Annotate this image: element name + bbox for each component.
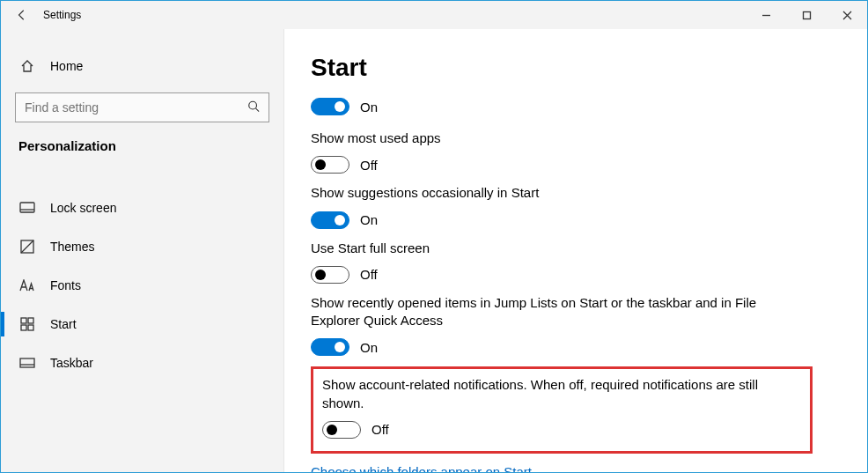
toggle-status: On bbox=[360, 212, 378, 227]
setting-full-screen: Use Start full screen Off bbox=[311, 240, 841, 284]
home-nav[interactable]: Home bbox=[1, 47, 283, 85]
toggle-status: On bbox=[360, 100, 378, 115]
taskbar-icon bbox=[18, 358, 36, 368]
setting-account-notifications: Show account-related notifications. When… bbox=[322, 376, 801, 439]
setting-label: Show account-related notifications. When… bbox=[322, 376, 780, 412]
svg-rect-7 bbox=[28, 325, 33, 330]
back-button[interactable] bbox=[1, 1, 43, 29]
svg-rect-4 bbox=[21, 318, 26, 323]
sidebar-item-label: Start bbox=[50, 317, 77, 331]
maximize-icon bbox=[802, 11, 812, 20]
setting-most-used-apps: Show most used apps Off bbox=[311, 129, 841, 174]
svg-rect-5 bbox=[28, 318, 33, 323]
themes-icon bbox=[18, 240, 36, 254]
toggle-account-notifications[interactable] bbox=[322, 421, 361, 439]
settings-window: Settings Home Person bbox=[0, 0, 868, 473]
toggle-full-screen[interactable] bbox=[311, 266, 349, 284]
minimize-icon bbox=[761, 11, 771, 20]
setting-suggestions: Show suggestions occasionally in Start O… bbox=[311, 184, 841, 228]
toggle-jump-lists[interactable] bbox=[311, 338, 349, 356]
toggle-show-more-tiles[interactable] bbox=[311, 98, 349, 115]
setting-show-more-tiles: On bbox=[311, 98, 841, 115]
svg-rect-6 bbox=[21, 325, 26, 330]
sidebar-item-label: Taskbar bbox=[50, 356, 93, 370]
sidebar-item-label: Fonts bbox=[50, 278, 81, 292]
home-icon bbox=[18, 59, 36, 73]
window-title: Settings bbox=[43, 9, 81, 21]
toggle-most-used-apps[interactable] bbox=[311, 156, 349, 174]
window-body: Home Personalization Lock screen bbox=[1, 29, 867, 472]
search-icon bbox=[247, 100, 260, 115]
toggle-status: Off bbox=[360, 158, 378, 173]
arrow-left-icon bbox=[16, 9, 28, 21]
close-icon bbox=[842, 11, 852, 20]
sidebar-item-fonts[interactable]: Fonts bbox=[1, 266, 283, 305]
svg-rect-8 bbox=[20, 358, 34, 367]
maximize-button[interactable] bbox=[786, 1, 827, 29]
sidebar-item-lock-screen[interactable]: Lock screen bbox=[1, 188, 283, 227]
setting-label: Show suggestions occasionally in Start bbox=[311, 184, 769, 202]
setting-label: Use Start full screen bbox=[311, 240, 769, 257]
toggle-status: Off bbox=[371, 422, 389, 437]
home-label: Home bbox=[50, 59, 83, 73]
close-button[interactable] bbox=[827, 1, 867, 29]
section-label: Personalization bbox=[1, 138, 283, 153]
titlebar: Settings bbox=[1, 1, 867, 29]
fonts-icon bbox=[18, 279, 36, 292]
setting-label: Show recently opened items in Jump Lists… bbox=[311, 294, 769, 330]
sidebar-item-taskbar[interactable]: Taskbar bbox=[1, 344, 283, 382]
toggle-status: On bbox=[360, 340, 378, 355]
sidebar-item-themes[interactable]: Themes bbox=[1, 227, 283, 266]
search-box[interactable] bbox=[15, 92, 269, 122]
minimize-button[interactable] bbox=[746, 1, 786, 29]
search-input[interactable] bbox=[25, 100, 260, 115]
highlighted-setting-box: Show account-related notifications. When… bbox=[311, 366, 813, 454]
setting-label: Show most used apps bbox=[311, 129, 769, 147]
sidebar-item-label: Themes bbox=[50, 240, 95, 254]
toggle-status: Off bbox=[360, 267, 378, 282]
sidebar-item-start[interactable]: Start bbox=[1, 305, 283, 344]
svg-rect-0 bbox=[803, 11, 810, 18]
lock-screen-icon bbox=[18, 202, 36, 214]
choose-folders-link[interactable]: Choose which folders appear on Start bbox=[311, 464, 532, 472]
sidebar: Home Personalization Lock screen bbox=[1, 29, 284, 472]
svg-point-1 bbox=[249, 101, 257, 109]
start-icon bbox=[18, 317, 36, 331]
setting-jump-lists: Show recently opened items in Jump Lists… bbox=[311, 294, 841, 357]
content-pane: Start On Show most used apps Off Show su… bbox=[284, 29, 867, 472]
toggle-suggestions[interactable] bbox=[311, 211, 349, 229]
svg-rect-2 bbox=[20, 203, 34, 212]
sidebar-item-label: Lock screen bbox=[50, 201, 116, 215]
page-heading: Start bbox=[311, 54, 841, 82]
nav-list: Lock screen Themes Fonts bbox=[1, 188, 283, 382]
